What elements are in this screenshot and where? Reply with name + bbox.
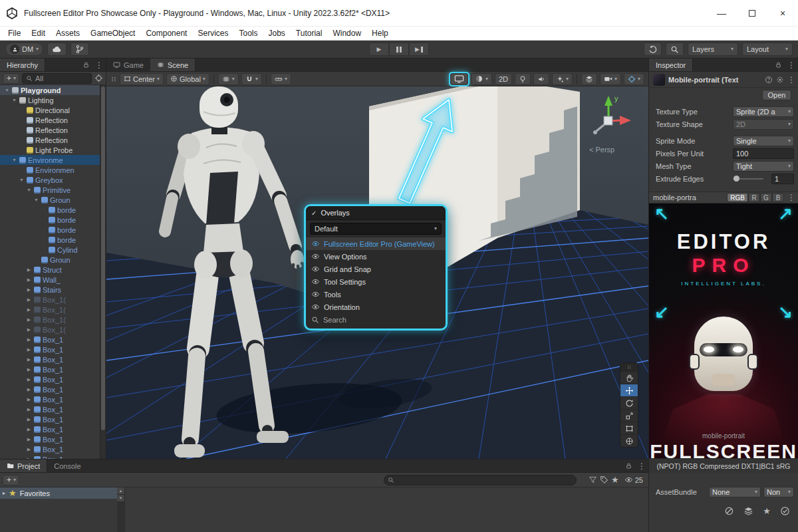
expand-caret-icon[interactable]: ▶ (26, 417, 32, 422)
presets-gear-icon[interactable] (776, 76, 784, 84)
scale-tool-button[interactable] (620, 409, 638, 422)
move-tool-button[interactable] (620, 384, 638, 396)
pixels-per-unit-input[interactable]: 100 (733, 148, 794, 159)
gizmos-button[interactable]: ▾ (624, 73, 644, 85)
tab-project[interactable]: Project (0, 460, 47, 472)
layers-icon[interactable] (743, 506, 753, 516)
preview-menu-icon[interactable]: ⋮ (787, 193, 794, 202)
hierarchy-row[interactable]: ▼ Environme › (0, 155, 106, 165)
hierarchy-row[interactable]: ▶ Wall_ › (0, 275, 106, 285)
shading-mode-button[interactable]: ▾ (471, 73, 492, 85)
menu-item[interactable]: Tutorial (291, 27, 328, 39)
lock-icon[interactable] (625, 462, 632, 469)
expand-caret-icon[interactable]: ▼ (11, 98, 17, 102)
overlays-menu-header[interactable]: ✓ Overlays (306, 206, 446, 220)
lock-icon[interactable] (775, 61, 782, 68)
hierarchy-row[interactable]: ▶ Box_1 › (0, 344, 106, 354)
rect-tool-button[interactable] (620, 422, 638, 434)
hierarchy-row[interactable]: Reflection (0, 115, 106, 125)
menu-item[interactable]: Help (366, 27, 394, 39)
overlays-preset-dropdown[interactable]: Default▾ (310, 223, 442, 235)
hierarchy-row[interactable]: Groun (0, 255, 106, 265)
mesh-type-dropdown[interactable]: Tight▾ (733, 161, 794, 172)
overlay-menu-item[interactable]: Grid and Snap (306, 263, 446, 275)
hierarchy-search-input[interactable]: All (22, 73, 92, 84)
hierarchy-row[interactable]: ▶ Box_1( › (0, 295, 106, 305)
rotate-tool-button[interactable] (620, 396, 638, 409)
view-tool-button[interactable] (620, 371, 638, 384)
hierarchy-row[interactable]: ▼ Lighting (0, 95, 106, 105)
hierarchy-row[interactable]: ▶ Box_1 › (0, 424, 106, 434)
extrude-edges-input[interactable]: 1 (771, 174, 794, 184)
hierarchy-row[interactable]: ▶ Box_1( › (0, 325, 106, 334)
scrollbar-thumb[interactable] (101, 86, 105, 430)
maximize-button[interactable] (737, 0, 767, 26)
search-by-type-icon[interactable] (589, 475, 597, 484)
expand-caret-icon[interactable]: ▶ (26, 357, 32, 362)
expand-caret-icon[interactable]: ▶ (26, 287, 32, 293)
hierarchy-row[interactable]: Reflection (0, 125, 106, 135)
pivot-mode-button[interactable]: Center▾ (120, 73, 164, 85)
hierarchy-row[interactable]: ▶ Box_1 › (0, 414, 106, 424)
hidden-count-toggle[interactable]: 25 (622, 475, 646, 484)
undo-history-button[interactable] (644, 43, 662, 56)
menu-item[interactable]: Services (192, 27, 233, 39)
hierarchy-row[interactable]: ▶ Box_1 › (0, 364, 106, 374)
hierarchy-row[interactable]: ▶ Box_1 › (0, 334, 106, 344)
project-search-input[interactable] (384, 475, 577, 485)
hierarchy-row[interactable]: ▼ Primitive (0, 185, 106, 195)
context-menu-icon[interactable]: ⋮ (787, 75, 794, 84)
step-button[interactable]: ▶ (409, 43, 429, 56)
overlay-menu-item[interactable]: Tools (306, 288, 446, 301)
menu-item[interactable]: Assets (51, 27, 85, 39)
scene-effects-button[interactable]: ▾ (552, 73, 573, 85)
scrollbar[interactable]: ▲▼ (117, 487, 124, 532)
menu-item[interactable]: Window (327, 27, 366, 39)
close-button[interactable]: × (767, 0, 798, 26)
menu-item[interactable]: Component (140, 27, 192, 39)
save-search-icon[interactable]: ★ (611, 475, 619, 484)
expand-caret-icon[interactable]: ▶ (26, 337, 32, 342)
menu-item[interactable]: GameObject (85, 27, 140, 39)
orientation-mode-button[interactable]: Global▾ (166, 73, 209, 85)
expand-caret-icon[interactable]: ▶ (26, 277, 32, 283)
check-circle-icon[interactable] (780, 506, 790, 516)
panel-menu-icon[interactable]: ⋮ (95, 61, 102, 70)
hierarchy-row[interactable]: Light Probe (0, 145, 106, 155)
hierarchy-row[interactable]: Environmen (0, 165, 106, 175)
hierarchy-row[interactable]: ▶ Box_1( › (0, 305, 106, 315)
transform-tool-button[interactable] (620, 434, 638, 447)
hierarchy-row[interactable]: ▶ Stairs › (0, 285, 106, 295)
fullscreen-editor-gameview-button[interactable] (450, 73, 468, 85)
tab-scene[interactable]: Scene (150, 59, 196, 71)
hierarchy-row[interactable]: ▶ Box_1( › (0, 315, 106, 325)
overlay-menu-item[interactable]: Tool Settings (306, 275, 446, 288)
assetbundle-dropdown[interactable]: None▾ (709, 487, 761, 497)
expand-caret-icon[interactable]: ▶ (26, 437, 32, 442)
tab-hierarchy[interactable]: Hierarchy (0, 59, 45, 71)
project-asset-grid[interactable] (125, 487, 648, 532)
expand-caret-icon[interactable]: ▶ (26, 447, 32, 452)
menu-item[interactable]: Tools (233, 27, 263, 39)
expand-caret-icon[interactable]: ▼ (26, 188, 32, 192)
create-asset-button[interactable]: ▾ (3, 475, 19, 485)
expand-caret-icon[interactable]: ▶ (26, 297, 32, 303)
panel-menu-icon[interactable]: ⋮ (638, 462, 644, 471)
overlay-menu-item[interactable]: View Options (306, 250, 446, 263)
picker-icon[interactable] (94, 74, 103, 82)
layout-dropdown[interactable]: Layout▾ (742, 43, 793, 56)
hierarchy-row[interactable]: borde (0, 225, 106, 235)
channel-r-button[interactable]: R (748, 193, 760, 202)
cloud-button[interactable] (47, 43, 66, 56)
menu-item[interactable]: Edit (26, 27, 51, 39)
scene-viewport[interactable]: y < Persp ✓ Overlays Default▾ Fullscreen… (106, 86, 648, 459)
expand-caret-icon[interactable]: ▼ (19, 178, 25, 182)
hierarchy-row[interactable]: ▶ Box_1 › (0, 354, 106, 364)
scrollbar[interactable] (100, 85, 106, 459)
overlay-drag-handle[interactable] (620, 363, 638, 371)
channel-g-button[interactable]: G (760, 193, 772, 202)
expand-caret-icon[interactable]: ▶ (26, 367, 32, 372)
grid-visibility-button[interactable]: ▾ (218, 73, 239, 85)
open-button[interactable]: Open (762, 90, 791, 100)
expand-caret-icon[interactable]: ▶ (26, 427, 32, 432)
